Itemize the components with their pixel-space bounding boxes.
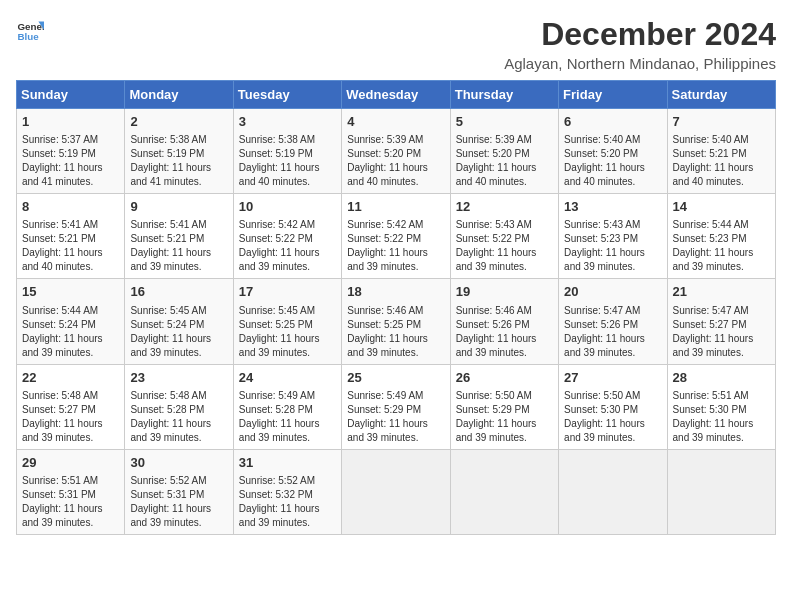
day-detail: Sunrise: 5:41 AMSunset: 5:21 PMDaylight:…: [22, 218, 119, 274]
day-number: 12: [456, 198, 553, 216]
day-cell: 1Sunrise: 5:37 AMSunset: 5:19 PMDaylight…: [17, 109, 125, 194]
day-cell: 21Sunrise: 5:47 AMSunset: 5:27 PMDayligh…: [667, 279, 775, 364]
day-number: 8: [22, 198, 119, 216]
day-cell: 10Sunrise: 5:42 AMSunset: 5:22 PMDayligh…: [233, 194, 341, 279]
day-number: 28: [673, 369, 770, 387]
day-detail: Sunrise: 5:47 AMSunset: 5:26 PMDaylight:…: [564, 304, 661, 360]
day-number: 24: [239, 369, 336, 387]
header-sunday: Sunday: [17, 81, 125, 109]
day-number: 20: [564, 283, 661, 301]
day-detail: Sunrise: 5:40 AMSunset: 5:20 PMDaylight:…: [564, 133, 661, 189]
day-detail: Sunrise: 5:52 AMSunset: 5:32 PMDaylight:…: [239, 474, 336, 530]
day-detail: Sunrise: 5:40 AMSunset: 5:21 PMDaylight:…: [673, 133, 770, 189]
day-detail: Sunrise: 5:46 AMSunset: 5:25 PMDaylight:…: [347, 304, 444, 360]
day-cell: [450, 449, 558, 534]
day-cell: 27Sunrise: 5:50 AMSunset: 5:30 PMDayligh…: [559, 364, 667, 449]
day-number: 1: [22, 113, 119, 131]
day-number: 25: [347, 369, 444, 387]
day-cell: 7Sunrise: 5:40 AMSunset: 5:21 PMDaylight…: [667, 109, 775, 194]
day-number: 16: [130, 283, 227, 301]
day-cell: 13Sunrise: 5:43 AMSunset: 5:23 PMDayligh…: [559, 194, 667, 279]
day-number: 21: [673, 283, 770, 301]
day-detail: Sunrise: 5:49 AMSunset: 5:28 PMDaylight:…: [239, 389, 336, 445]
day-cell: 12Sunrise: 5:43 AMSunset: 5:22 PMDayligh…: [450, 194, 558, 279]
day-cell: 22Sunrise: 5:48 AMSunset: 5:27 PMDayligh…: [17, 364, 125, 449]
day-number: 14: [673, 198, 770, 216]
day-number: 15: [22, 283, 119, 301]
day-cell: 9Sunrise: 5:41 AMSunset: 5:21 PMDaylight…: [125, 194, 233, 279]
day-detail: Sunrise: 5:50 AMSunset: 5:29 PMDaylight:…: [456, 389, 553, 445]
day-detail: Sunrise: 5:39 AMSunset: 5:20 PMDaylight:…: [456, 133, 553, 189]
page-header: General Blue December 2024 Aglayan, Nort…: [16, 16, 776, 72]
header-thursday: Thursday: [450, 81, 558, 109]
month-title: December 2024: [504, 16, 776, 53]
day-detail: Sunrise: 5:51 AMSunset: 5:30 PMDaylight:…: [673, 389, 770, 445]
day-number: 19: [456, 283, 553, 301]
day-cell: 30Sunrise: 5:52 AMSunset: 5:31 PMDayligh…: [125, 449, 233, 534]
day-number: 10: [239, 198, 336, 216]
day-detail: Sunrise: 5:47 AMSunset: 5:27 PMDaylight:…: [673, 304, 770, 360]
day-cell: 14Sunrise: 5:44 AMSunset: 5:23 PMDayligh…: [667, 194, 775, 279]
day-cell: 6Sunrise: 5:40 AMSunset: 5:20 PMDaylight…: [559, 109, 667, 194]
day-number: 31: [239, 454, 336, 472]
day-cell: 15Sunrise: 5:44 AMSunset: 5:24 PMDayligh…: [17, 279, 125, 364]
day-number: 3: [239, 113, 336, 131]
day-number: 7: [673, 113, 770, 131]
day-detail: Sunrise: 5:42 AMSunset: 5:22 PMDaylight:…: [347, 218, 444, 274]
day-cell: 29Sunrise: 5:51 AMSunset: 5:31 PMDayligh…: [17, 449, 125, 534]
day-cell: 3Sunrise: 5:38 AMSunset: 5:19 PMDaylight…: [233, 109, 341, 194]
day-detail: Sunrise: 5:39 AMSunset: 5:20 PMDaylight:…: [347, 133, 444, 189]
logo: General Blue: [16, 16, 44, 44]
day-cell: 31Sunrise: 5:52 AMSunset: 5:32 PMDayligh…: [233, 449, 341, 534]
day-detail: Sunrise: 5:48 AMSunset: 5:27 PMDaylight:…: [22, 389, 119, 445]
day-detail: Sunrise: 5:44 AMSunset: 5:24 PMDaylight:…: [22, 304, 119, 360]
day-detail: Sunrise: 5:45 AMSunset: 5:24 PMDaylight:…: [130, 304, 227, 360]
day-detail: Sunrise: 5:38 AMSunset: 5:19 PMDaylight:…: [239, 133, 336, 189]
day-detail: Sunrise: 5:50 AMSunset: 5:30 PMDaylight:…: [564, 389, 661, 445]
day-cell: 4Sunrise: 5:39 AMSunset: 5:20 PMDaylight…: [342, 109, 450, 194]
day-cell: 17Sunrise: 5:45 AMSunset: 5:25 PMDayligh…: [233, 279, 341, 364]
header-monday: Monday: [125, 81, 233, 109]
day-cell: 19Sunrise: 5:46 AMSunset: 5:26 PMDayligh…: [450, 279, 558, 364]
week-row: 1Sunrise: 5:37 AMSunset: 5:19 PMDaylight…: [17, 109, 776, 194]
header-tuesday: Tuesday: [233, 81, 341, 109]
day-cell: 28Sunrise: 5:51 AMSunset: 5:30 PMDayligh…: [667, 364, 775, 449]
day-cell: 24Sunrise: 5:49 AMSunset: 5:28 PMDayligh…: [233, 364, 341, 449]
day-number: 22: [22, 369, 119, 387]
day-cell: 8Sunrise: 5:41 AMSunset: 5:21 PMDaylight…: [17, 194, 125, 279]
day-number: 30: [130, 454, 227, 472]
day-cell: 5Sunrise: 5:39 AMSunset: 5:20 PMDaylight…: [450, 109, 558, 194]
day-detail: Sunrise: 5:44 AMSunset: 5:23 PMDaylight:…: [673, 218, 770, 274]
day-cell: 2Sunrise: 5:38 AMSunset: 5:19 PMDaylight…: [125, 109, 233, 194]
title-area: December 2024 Aglayan, Northern Mindanao…: [504, 16, 776, 72]
day-cell: [667, 449, 775, 534]
day-detail: Sunrise: 5:41 AMSunset: 5:21 PMDaylight:…: [130, 218, 227, 274]
day-number: 26: [456, 369, 553, 387]
day-number: 27: [564, 369, 661, 387]
day-cell: 18Sunrise: 5:46 AMSunset: 5:25 PMDayligh…: [342, 279, 450, 364]
header-wednesday: Wednesday: [342, 81, 450, 109]
day-number: 6: [564, 113, 661, 131]
day-number: 5: [456, 113, 553, 131]
day-detail: Sunrise: 5:37 AMSunset: 5:19 PMDaylight:…: [22, 133, 119, 189]
day-number: 9: [130, 198, 227, 216]
day-detail: Sunrise: 5:49 AMSunset: 5:29 PMDaylight:…: [347, 389, 444, 445]
day-number: 23: [130, 369, 227, 387]
day-number: 4: [347, 113, 444, 131]
day-detail: Sunrise: 5:38 AMSunset: 5:19 PMDaylight:…: [130, 133, 227, 189]
day-cell: [342, 449, 450, 534]
logo-icon: General Blue: [16, 16, 44, 44]
day-detail: Sunrise: 5:52 AMSunset: 5:31 PMDaylight:…: [130, 474, 227, 530]
calendar-table: SundayMondayTuesdayWednesdayThursdayFrid…: [16, 80, 776, 535]
day-cell: 25Sunrise: 5:49 AMSunset: 5:29 PMDayligh…: [342, 364, 450, 449]
day-number: 17: [239, 283, 336, 301]
svg-text:Blue: Blue: [17, 31, 39, 42]
location-title: Aglayan, Northern Mindanao, Philippines: [504, 55, 776, 72]
day-cell: 26Sunrise: 5:50 AMSunset: 5:29 PMDayligh…: [450, 364, 558, 449]
day-cell: 20Sunrise: 5:47 AMSunset: 5:26 PMDayligh…: [559, 279, 667, 364]
day-number: 11: [347, 198, 444, 216]
day-detail: Sunrise: 5:48 AMSunset: 5:28 PMDaylight:…: [130, 389, 227, 445]
day-detail: Sunrise: 5:43 AMSunset: 5:23 PMDaylight:…: [564, 218, 661, 274]
day-cell: 16Sunrise: 5:45 AMSunset: 5:24 PMDayligh…: [125, 279, 233, 364]
day-detail: Sunrise: 5:43 AMSunset: 5:22 PMDaylight:…: [456, 218, 553, 274]
